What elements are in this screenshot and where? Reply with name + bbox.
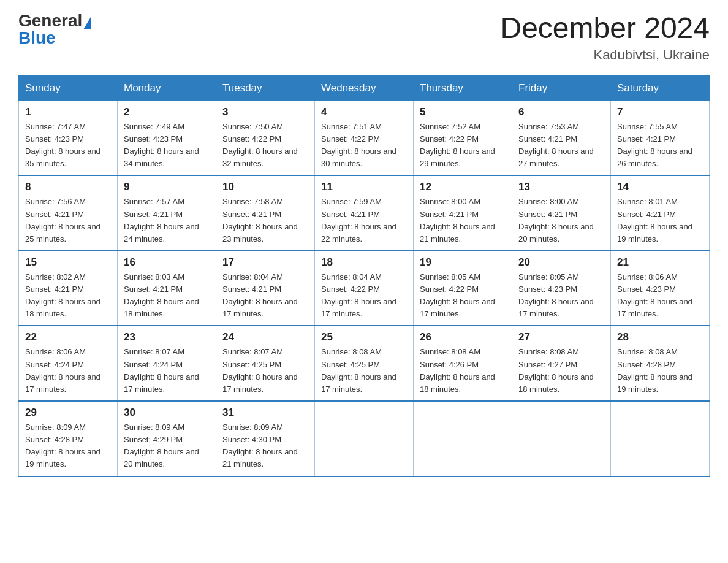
calendar-cell: 4Sunrise: 7:51 AMSunset: 4:22 PMDaylight… xyxy=(315,101,414,175)
calendar-cell: 11Sunrise: 7:59 AMSunset: 4:21 PMDayligh… xyxy=(315,175,414,251)
day-info: Sunrise: 8:07 AMSunset: 4:25 PMDaylight:… xyxy=(222,346,308,396)
day-info: Sunrise: 8:09 AMSunset: 4:30 PMDaylight:… xyxy=(222,421,308,471)
day-number: 17 xyxy=(222,256,308,269)
calendar-cell: 24Sunrise: 8:07 AMSunset: 4:25 PMDayligh… xyxy=(216,326,315,401)
calendar-cell: 12Sunrise: 8:00 AMSunset: 4:21 PMDayligh… xyxy=(414,175,512,251)
day-number: 11 xyxy=(321,181,407,193)
day-number: 18 xyxy=(321,256,407,269)
day-number: 10 xyxy=(222,181,308,193)
day-info: Sunrise: 7:55 AMSunset: 4:21 PMDaylight:… xyxy=(617,121,703,170)
day-info: Sunrise: 8:09 AMSunset: 4:28 PMDaylight:… xyxy=(25,421,111,471)
weekday-header-tuesday: Tuesday xyxy=(216,75,315,101)
calendar-cell: 14Sunrise: 8:01 AMSunset: 4:21 PMDayligh… xyxy=(611,175,710,251)
day-number: 21 xyxy=(617,256,703,269)
calendar-cell xyxy=(414,401,512,477)
calendar-cell xyxy=(512,401,611,477)
calendar-cell: 20Sunrise: 8:05 AMSunset: 4:23 PMDayligh… xyxy=(512,251,611,326)
day-number: 24 xyxy=(222,331,308,343)
title-section: December 2024 Kadubivtsi, Ukraine xyxy=(500,12,710,63)
day-number: 6 xyxy=(518,106,604,118)
calendar-cell: 27Sunrise: 8:08 AMSunset: 4:27 PMDayligh… xyxy=(512,326,611,401)
calendar-cell: 17Sunrise: 8:04 AMSunset: 4:21 PMDayligh… xyxy=(216,251,315,326)
day-number: 29 xyxy=(25,407,111,419)
logo-blue-text: Blue xyxy=(18,29,56,47)
day-info: Sunrise: 7:57 AMSunset: 4:21 PMDaylight:… xyxy=(124,196,210,245)
day-number: 27 xyxy=(518,331,604,343)
calendar-cell: 9Sunrise: 7:57 AMSunset: 4:21 PMDaylight… xyxy=(118,175,216,251)
day-info: Sunrise: 8:04 AMSunset: 4:21 PMDaylight:… xyxy=(222,271,308,321)
calendar-cell: 2Sunrise: 7:49 AMSunset: 4:23 PMDaylight… xyxy=(118,101,216,175)
logo-triangle-icon xyxy=(83,17,91,29)
day-info: Sunrise: 7:51 AMSunset: 4:22 PMDaylight:… xyxy=(321,121,407,170)
day-info: Sunrise: 8:06 AMSunset: 4:23 PMDaylight:… xyxy=(617,271,703,321)
weekday-header-monday: Monday xyxy=(118,75,216,101)
calendar-cell: 26Sunrise: 8:08 AMSunset: 4:26 PMDayligh… xyxy=(414,326,512,401)
day-info: Sunrise: 8:01 AMSunset: 4:21 PMDaylight:… xyxy=(617,196,703,245)
week-row-5: 29Sunrise: 8:09 AMSunset: 4:28 PMDayligh… xyxy=(19,401,710,477)
calendar-cell: 5Sunrise: 7:52 AMSunset: 4:22 PMDaylight… xyxy=(414,101,512,175)
day-info: Sunrise: 8:05 AMSunset: 4:22 PMDaylight:… xyxy=(420,271,506,321)
calendar-cell xyxy=(315,401,414,477)
day-info: Sunrise: 7:49 AMSunset: 4:23 PMDaylight:… xyxy=(124,121,210,170)
weekday-header-thursday: Thursday xyxy=(414,75,512,101)
day-number: 15 xyxy=(25,256,111,269)
logo: General Blue xyxy=(18,12,91,47)
calendar-table: SundayMondayTuesdayWednesdayThursdayFrid… xyxy=(18,75,710,477)
day-number: 12 xyxy=(420,181,506,193)
day-info: Sunrise: 8:08 AMSunset: 4:25 PMDaylight:… xyxy=(321,346,407,396)
day-info: Sunrise: 7:53 AMSunset: 4:21 PMDaylight:… xyxy=(518,121,604,170)
day-number: 19 xyxy=(420,256,506,269)
day-number: 7 xyxy=(617,106,703,118)
calendar-cell: 7Sunrise: 7:55 AMSunset: 4:21 PMDaylight… xyxy=(611,101,710,175)
weekday-header-sunday: Sunday xyxy=(19,75,118,101)
day-info: Sunrise: 8:05 AMSunset: 4:23 PMDaylight:… xyxy=(518,271,604,321)
day-info: Sunrise: 8:02 AMSunset: 4:21 PMDaylight:… xyxy=(25,271,111,321)
logo-general-text: General xyxy=(18,12,82,29)
day-number: 3 xyxy=(222,106,308,118)
week-row-4: 22Sunrise: 8:06 AMSunset: 4:24 PMDayligh… xyxy=(19,326,710,401)
location-text: Kadubivtsi, Ukraine xyxy=(500,47,710,63)
day-number: 20 xyxy=(518,256,604,269)
page-header: General Blue December 2024 Kadubivtsi, U… xyxy=(18,12,710,63)
day-info: Sunrise: 8:07 AMSunset: 4:24 PMDaylight:… xyxy=(124,346,210,396)
day-info: Sunrise: 7:58 AMSunset: 4:21 PMDaylight:… xyxy=(222,196,308,245)
calendar-cell: 23Sunrise: 8:07 AMSunset: 4:24 PMDayligh… xyxy=(118,326,216,401)
day-info: Sunrise: 8:03 AMSunset: 4:21 PMDaylight:… xyxy=(124,271,210,321)
month-title: December 2024 xyxy=(500,12,710,45)
calendar-cell: 30Sunrise: 8:09 AMSunset: 4:29 PMDayligh… xyxy=(118,401,216,477)
day-info: Sunrise: 7:50 AMSunset: 4:22 PMDaylight:… xyxy=(222,121,308,170)
day-number: 1 xyxy=(25,106,111,118)
day-info: Sunrise: 8:00 AMSunset: 4:21 PMDaylight:… xyxy=(518,196,604,245)
day-number: 22 xyxy=(25,331,111,343)
day-number: 5 xyxy=(420,106,506,118)
calendar-cell: 8Sunrise: 7:56 AMSunset: 4:21 PMDaylight… xyxy=(19,175,118,251)
day-number: 9 xyxy=(124,181,210,193)
week-row-3: 15Sunrise: 8:02 AMSunset: 4:21 PMDayligh… xyxy=(19,251,710,326)
calendar-cell: 3Sunrise: 7:50 AMSunset: 4:22 PMDaylight… xyxy=(216,101,315,175)
week-row-2: 8Sunrise: 7:56 AMSunset: 4:21 PMDaylight… xyxy=(19,175,710,251)
day-number: 14 xyxy=(617,181,703,193)
calendar-cell: 15Sunrise: 8:02 AMSunset: 4:21 PMDayligh… xyxy=(19,251,118,326)
calendar-cell xyxy=(611,401,710,477)
calendar-cell: 21Sunrise: 8:06 AMSunset: 4:23 PMDayligh… xyxy=(611,251,710,326)
calendar-cell: 18Sunrise: 8:04 AMSunset: 4:22 PMDayligh… xyxy=(315,251,414,326)
day-number: 28 xyxy=(617,331,703,343)
day-number: 30 xyxy=(124,407,210,419)
day-info: Sunrise: 8:04 AMSunset: 4:22 PMDaylight:… xyxy=(321,271,407,321)
day-info: Sunrise: 8:09 AMSunset: 4:29 PMDaylight:… xyxy=(124,421,210,471)
weekday-header-row: SundayMondayTuesdayWednesdayThursdayFrid… xyxy=(19,75,710,101)
calendar-cell: 13Sunrise: 8:00 AMSunset: 4:21 PMDayligh… xyxy=(512,175,611,251)
day-number: 13 xyxy=(518,181,604,193)
day-info: Sunrise: 7:56 AMSunset: 4:21 PMDaylight:… xyxy=(25,196,111,245)
day-number: 23 xyxy=(124,331,210,343)
weekday-header-saturday: Saturday xyxy=(611,75,710,101)
day-info: Sunrise: 8:00 AMSunset: 4:21 PMDaylight:… xyxy=(420,196,506,245)
calendar-cell: 6Sunrise: 7:53 AMSunset: 4:21 PMDaylight… xyxy=(512,101,611,175)
day-info: Sunrise: 8:08 AMSunset: 4:27 PMDaylight:… xyxy=(518,346,604,396)
day-info: Sunrise: 8:06 AMSunset: 4:24 PMDaylight:… xyxy=(25,346,111,396)
day-info: Sunrise: 8:08 AMSunset: 4:28 PMDaylight:… xyxy=(617,346,703,396)
day-number: 4 xyxy=(321,106,407,118)
weekday-header-friday: Friday xyxy=(512,75,611,101)
day-number: 8 xyxy=(25,181,111,193)
calendar-cell: 22Sunrise: 8:06 AMSunset: 4:24 PMDayligh… xyxy=(19,326,118,401)
